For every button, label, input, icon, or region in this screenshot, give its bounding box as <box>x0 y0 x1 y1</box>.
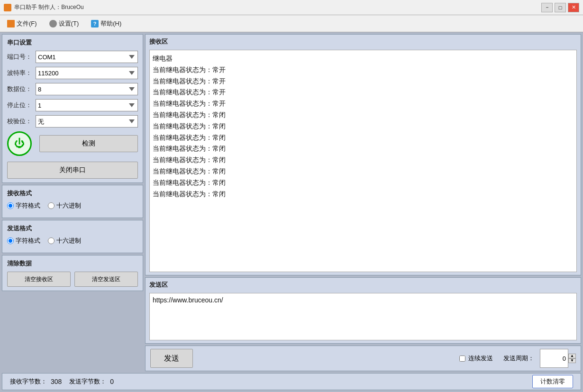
port-row: 端口号： COM1 COM2 COM3 COM4 <box>7 51 138 63</box>
receive-area-panel: 接收区 <box>145 34 581 275</box>
receive-byte-count: 接收字节数： 308 <box>10 377 62 386</box>
clear-receive-button[interactable]: 清空接收区 <box>7 272 71 287</box>
receive-hex-text: 十六进制 <box>56 201 81 210</box>
menu-settings[interactable]: 设置(T) <box>44 17 84 30</box>
menu-bar: 文件(F) 设置(T) ? 帮助(H) <box>0 15 583 32</box>
app-icon <box>4 4 11 11</box>
power-detect-row: ⏻ 检测 <box>7 131 138 156</box>
receive-format-panel: 接收格式 字符格式 十六进制 <box>2 185 143 218</box>
stopbits-row: 停止位： 1 1.5 2 <box>7 99 138 111</box>
baud-label: 波特率： <box>7 69 36 77</box>
left-panel: 串口设置 端口号： COM1 COM2 COM3 COM4 波特率： 9600 … <box>2 34 143 371</box>
send-char-label[interactable]: 字符格式 <box>7 237 40 245</box>
clear-data-panel: 清除数据 清空接收区 清空发送区 <box>2 255 143 291</box>
stopbits-label: 停止位： <box>7 101 36 109</box>
receive-area-title: 接收区 <box>149 37 577 46</box>
receive-hex-label[interactable]: 十六进制 <box>48 201 81 210</box>
status-bar: 接收字节数： 308 发送字节数： 0 计数清零 <box>2 373 581 390</box>
file-icon <box>7 20 15 27</box>
send-controls-bar: 发送 连续发送 发送周期： ▲ ▼ <box>145 346 581 371</box>
send-byte-count: 发送字节数： 0 <box>69 377 114 386</box>
send-format-title: 发送格式 <box>7 224 138 233</box>
send-area-title: 发送区 <box>149 281 577 289</box>
databits-label: 数据位： <box>7 85 36 93</box>
continuous-send-area: 连续发送 <box>459 354 493 363</box>
menu-file-label: 文件(F) <box>17 19 37 28</box>
send-count-value: 0 <box>110 378 114 385</box>
period-input-group: ▲ ▼ <box>540 349 576 368</box>
receive-format-title: 接收格式 <box>7 189 138 198</box>
send-hex-label[interactable]: 十六进制 <box>48 237 81 245</box>
receive-char-text: 字符格式 <box>16 201 40 210</box>
power-button[interactable]: ⏻ <box>7 131 32 156</box>
parity-select[interactable]: 无 奇校验 偶校验 <box>36 115 138 128</box>
menu-help[interactable]: ? 帮助(H) <box>86 17 127 30</box>
maximize-button[interactable]: □ <box>555 3 566 12</box>
period-up-button[interactable]: ▲ <box>568 354 576 358</box>
continuous-send-checkbox[interactable] <box>459 356 465 362</box>
title-bar: 串口助手 制作人：BruceOu － □ ✕ <box>0 0 583 15</box>
clear-send-button[interactable]: 清空发送区 <box>74 272 138 287</box>
parity-label: 校验位： <box>7 117 36 126</box>
continuous-send-label: 连续发送 <box>468 354 493 363</box>
databits-row: 数据位： 5 6 7 8 <box>7 83 138 95</box>
title-text: 串口助手 制作人：BruceOu <box>14 3 541 11</box>
window-controls: － □ ✕ <box>541 3 579 12</box>
send-char-radio[interactable] <box>7 237 14 244</box>
close-port-button[interactable]: 关闭串口 <box>7 162 138 179</box>
calc-clear-button[interactable]: 计数清零 <box>532 375 573 388</box>
period-spinner: ▲ ▼ <box>568 354 576 363</box>
send-hex-radio[interactable] <box>48 237 55 244</box>
send-button[interactable]: 发送 <box>150 349 193 368</box>
menu-settings-label: 设置(T) <box>59 19 79 28</box>
receive-char-radio[interactable] <box>7 202 14 209</box>
serial-settings-panel: 串口设置 端口号： COM1 COM2 COM3 COM4 波特率： 9600 … <box>2 34 143 183</box>
serial-settings-title: 串口设置 <box>7 38 138 47</box>
menu-help-label: 帮助(H) <box>100 19 121 28</box>
period-down-button[interactable]: ▼ <box>568 358 576 363</box>
close-button[interactable]: ✕ <box>568 3 579 12</box>
send-area-panel: 发送区 <box>145 277 581 344</box>
right-area: 接收区 发送区 发送 连续发送 发送周期： ▲ <box>145 34 581 371</box>
send-format-row: 字符格式 十六进制 <box>7 237 138 245</box>
port-label: 端口号： <box>7 53 36 61</box>
stopbits-select[interactable]: 1 1.5 2 <box>36 99 138 111</box>
baud-select[interactable]: 9600 19200 38400 57600 115200 <box>36 67 138 79</box>
send-format-panel: 发送格式 字符格式 十六进制 <box>2 220 143 253</box>
settings-icon <box>49 20 57 27</box>
receive-hex-radio[interactable] <box>48 202 55 209</box>
receive-format-row: 字符格式 十六进制 <box>7 201 138 210</box>
clear-data-title: 清除数据 <box>7 259 138 268</box>
send-char-text: 字符格式 <box>16 237 40 245</box>
minimize-button[interactable]: － <box>541 3 553 12</box>
send-textarea[interactable] <box>149 293 577 340</box>
top-section: 串口设置 端口号： COM1 COM2 COM3 COM4 波特率： 9600 … <box>2 34 581 371</box>
databits-select[interactable]: 5 6 7 8 <box>36 83 138 95</box>
receive-char-label[interactable]: 字符格式 <box>7 201 40 210</box>
send-count-label: 发送字节数： <box>69 377 106 386</box>
parity-row: 校验位： 无 奇校验 偶校验 <box>7 115 138 128</box>
clear-buttons: 清空接收区 清空发送区 <box>7 272 138 287</box>
send-hex-text: 十六进制 <box>56 237 81 245</box>
baud-row: 波特率： 9600 19200 38400 57600 115200 <box>7 67 138 79</box>
period-label: 发送周期： <box>503 354 534 363</box>
detect-button[interactable]: 检测 <box>39 135 138 152</box>
menu-file[interactable]: 文件(F) <box>2 17 42 30</box>
receive-textarea[interactable] <box>149 50 577 272</box>
main-content: 串口设置 端口号： COM1 COM2 COM3 COM4 波特率： 9600 … <box>0 32 583 392</box>
receive-count-value: 308 <box>51 378 62 385</box>
period-input[interactable] <box>540 349 568 368</box>
port-select[interactable]: COM1 COM2 COM3 COM4 <box>36 51 138 63</box>
receive-count-label: 接收字节数： <box>10 377 47 386</box>
help-icon: ? <box>91 20 99 27</box>
